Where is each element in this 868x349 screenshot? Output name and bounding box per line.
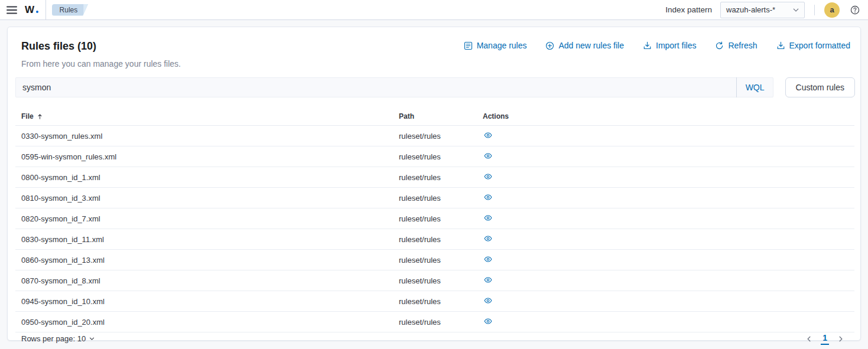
pagination: 1 xyxy=(803,332,847,345)
actions-cell xyxy=(477,312,854,332)
actions-cell xyxy=(477,229,854,250)
path-cell: ruleset/rules xyxy=(393,126,477,146)
column-header-path: Path xyxy=(393,107,477,126)
hamburger-icon xyxy=(6,6,17,14)
path-cell: ruleset/rules xyxy=(393,250,477,270)
menu-button[interactable] xyxy=(0,0,24,19)
view-rule-file-button[interactable] xyxy=(483,255,493,264)
chevron-left-icon xyxy=(805,335,812,343)
view-rule-file-button[interactable] xyxy=(483,213,493,223)
table-row: 0950-sysmon_id_20.xml ruleset/rules xyxy=(15,312,854,332)
breadcrumb: Rules xyxy=(52,4,89,16)
actions-cell xyxy=(477,208,854,229)
file-cell: 0860-sysmon_id_13.xml xyxy=(15,250,393,270)
eye-icon xyxy=(484,234,492,243)
manage-rules-button[interactable]: Manage rules xyxy=(464,41,527,50)
action-label: Manage rules xyxy=(477,41,527,50)
rows-per-page-button[interactable]: Rows per page: 10 xyxy=(21,334,95,343)
table-row: 0330-sysmon_rules.xml ruleset/rules xyxy=(15,126,854,146)
column-header-file[interactable]: File xyxy=(15,107,393,126)
index-pattern-select[interactable]: wazuh-alerts-* xyxy=(720,2,805,18)
search-row: WQL Custom rules xyxy=(15,77,855,97)
action-label: Add new rules file xyxy=(558,41,624,50)
action-label: Export formatted xyxy=(789,41,851,50)
refresh-button[interactable]: Refresh xyxy=(715,41,757,50)
path-cell: ruleset/rules xyxy=(393,188,477,208)
actions-cell xyxy=(477,167,854,188)
view-rule-file-button[interactable] xyxy=(483,296,493,305)
help-button[interactable] xyxy=(848,4,862,16)
topbar-right-group: Index pattern wazuh-alerts-* a xyxy=(665,0,868,19)
file-cell: 0870-sysmon_id_8.xml xyxy=(15,270,393,291)
eye-icon xyxy=(484,255,492,263)
import-files-button[interactable]: Import files xyxy=(643,41,696,50)
topbar-left-group: W Rules xyxy=(0,0,88,19)
path-cell: ruleset/rules xyxy=(393,167,477,188)
column-header-actions: Actions xyxy=(477,107,854,126)
view-rule-file-button[interactable] xyxy=(483,151,493,161)
avatar-initial: a xyxy=(830,5,834,14)
path-cell: ruleset/rules xyxy=(393,312,477,332)
table-row: 0830-sysmon_id_11.xml ruleset/rules xyxy=(15,229,854,250)
add-new-rules-file-button[interactable]: Add new rules file xyxy=(545,41,624,50)
path-cell: ruleset/rules xyxy=(393,146,477,167)
eye-icon xyxy=(484,296,492,305)
user-avatar[interactable]: a xyxy=(824,2,840,18)
panel-subtitle: From here you can manage your rules file… xyxy=(8,59,860,69)
page-number-button[interactable]: 1 xyxy=(821,332,829,345)
path-cell: ruleset/rules xyxy=(393,270,477,291)
wql-language-button[interactable]: WQL xyxy=(736,77,773,97)
file-cell: 0595-win-sysmon_rules.xml xyxy=(15,146,393,167)
search-input[interactable] xyxy=(15,77,736,97)
logo-letter: W xyxy=(25,4,35,16)
eye-icon xyxy=(484,317,492,325)
chevron-down-icon xyxy=(89,335,95,342)
index-pattern-label: Index pattern xyxy=(665,5,712,14)
table-header-row: File Path Actions xyxy=(15,107,854,126)
table-row: 0945-sysmon_id_10.xml ruleset/rules xyxy=(15,291,854,312)
actions-cell xyxy=(477,250,854,270)
path-cell: ruleset/rules xyxy=(393,229,477,250)
page-title: Rules files (10) xyxy=(21,40,96,53)
table-row: 0800-sysmon_id_1.xml ruleset/rules xyxy=(15,167,854,188)
view-rule-file-button[interactable] xyxy=(483,234,493,243)
export-formatted-button[interactable]: Export formatted xyxy=(776,41,851,50)
column-label: File xyxy=(21,112,34,120)
wazuh-logo[interactable]: W xyxy=(24,4,45,16)
view-rule-file-button[interactable] xyxy=(483,317,493,326)
view-rule-file-button[interactable] xyxy=(483,193,493,202)
action-label: Refresh xyxy=(728,41,757,50)
path-cell: ruleset/rules xyxy=(393,208,477,229)
view-rule-file-button[interactable] xyxy=(483,172,493,181)
rows-per-page-label: Rows per page: 10 xyxy=(21,334,86,343)
import-icon xyxy=(643,41,652,50)
actions-cell xyxy=(477,126,854,146)
file-cell: 0800-sysmon_id_1.xml xyxy=(15,167,393,188)
index-pattern-value: wazuh-alerts-* xyxy=(726,5,775,14)
file-cell: 0830-sysmon_id_11.xml xyxy=(15,229,393,250)
eye-icon xyxy=(484,276,492,284)
rules-files-table: File Path Actions 0330-sysmon_rules.xml … xyxy=(15,107,854,332)
table-row: 0870-sysmon_id_8.xml ruleset/rules xyxy=(15,270,854,291)
sort-ascending-icon xyxy=(37,113,43,120)
topbar-right-divider xyxy=(814,5,815,15)
file-cell: 0950-sysmon_id_20.xml xyxy=(15,312,393,332)
view-rule-file-button[interactable] xyxy=(483,131,493,140)
eye-icon xyxy=(484,152,492,160)
document-icon xyxy=(464,41,473,50)
question-circle-icon xyxy=(850,5,860,15)
topbar-divider xyxy=(45,0,46,19)
view-rule-file-button[interactable] xyxy=(483,275,493,285)
table-row: 0810-sysmon_id_3.xml ruleset/rules xyxy=(15,188,854,208)
table-row: 0860-sysmon_id_13.xml ruleset/rules xyxy=(15,250,854,270)
breadcrumb-rules[interactable]: Rules xyxy=(52,4,89,16)
previous-page-button[interactable] xyxy=(803,333,815,345)
next-page-button[interactable] xyxy=(835,333,847,345)
panel-header: Rules files (10) Manage rules Add new ru… xyxy=(8,40,860,53)
custom-rules-button[interactable]: Custom rules xyxy=(785,77,855,97)
actions-cell xyxy=(477,291,854,312)
plus-circle-icon xyxy=(545,41,554,50)
actions-cell xyxy=(477,188,854,208)
eye-icon xyxy=(484,214,492,222)
actions-cell xyxy=(477,270,854,291)
